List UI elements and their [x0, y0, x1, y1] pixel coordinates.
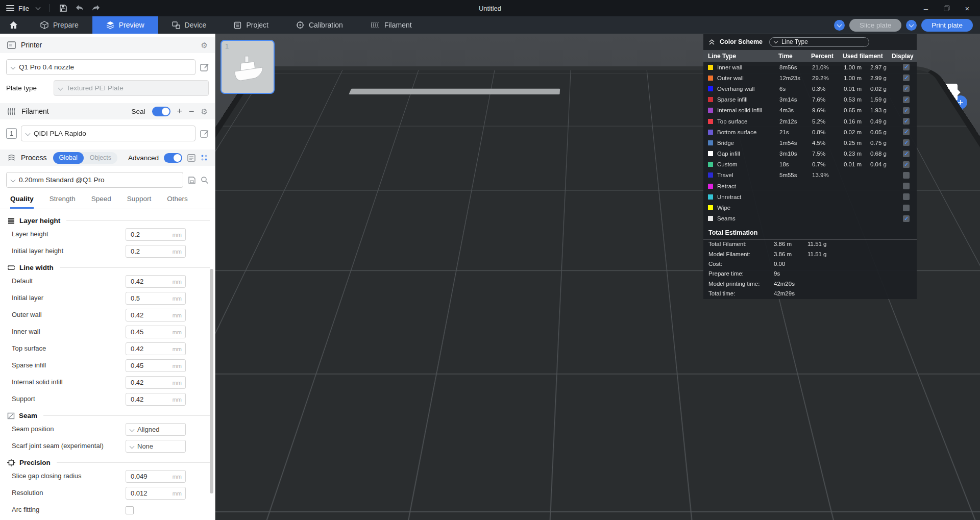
close-button[interactable]: × [963, 4, 972, 13]
param-checkbox[interactable] [126, 506, 134, 514]
nav-tab-preview[interactable]: Preview [92, 16, 158, 34]
save-icon[interactable] [59, 4, 68, 13]
move-slider-handle[interactable] [780, 502, 794, 515]
file-menu[interactable]: File [6, 5, 29, 12]
param-row: Sparse infill0.45mm [7, 359, 215, 373]
display-checkbox[interactable]: ✓ [903, 193, 910, 200]
process-tab-others[interactable]: Others [167, 195, 188, 209]
sidebar-scrollbar[interactable] [210, 269, 213, 493]
display-checkbox[interactable]: ✓ [903, 64, 910, 70]
display-checkbox[interactable]: ✓ [903, 215, 910, 222]
minimize-button[interactable]: – [921, 4, 930, 13]
add-filament-button[interactable]: + [177, 107, 183, 116]
nav-tab-label: Project [246, 21, 268, 29]
param-input[interactable]: 0.42mm [126, 275, 186, 288]
param-input[interactable]: 0.049mm [126, 470, 186, 483]
filament-settings-gear-icon[interactable]: ⚙ [201, 108, 208, 115]
save-preset-icon[interactable] [188, 176, 196, 184]
param-input[interactable]: 0.5mm [126, 292, 186, 305]
printer-preset-select[interactable]: Q1 Pro 0.4 nozzle [6, 59, 195, 75]
layer-slider-handle[interactable] [954, 453, 966, 464]
param-unit: mm [173, 279, 185, 285]
display-checkbox[interactable]: ✓ [903, 96, 910, 103]
nav-tab-calibration[interactable]: Calibration [282, 16, 357, 34]
param-select[interactable]: Aligned [126, 423, 186, 436]
process-tab-speed[interactable]: Speed [91, 195, 111, 209]
display-checkbox[interactable]: ✓ [903, 205, 910, 211]
param-input[interactable]: 0.2mm [126, 228, 186, 241]
process-preset-select[interactable]: 0.20mm Standard @Q1 Pro [6, 172, 183, 188]
maximize-button[interactable] [944, 6, 949, 11]
nav-tab-filament[interactable]: Filament [357, 16, 426, 34]
display-checkbox[interactable]: ✓ [903, 75, 910, 81]
layers-icon [106, 21, 114, 29]
filament-preset-select[interactable]: QIDI PLA Rapido [21, 126, 195, 141]
advanced-toggle[interactable] [164, 153, 182, 163]
param-grid-icon[interactable] [201, 154, 208, 161]
section-header-layer-height: Layer height [7, 217, 215, 225]
home-button[interactable] [0, 21, 27, 29]
layers-view-icon[interactable] [954, 501, 969, 514]
param-input[interactable]: 0.45mm [126, 359, 186, 372]
process-tab-strength[interactable]: Strength [50, 195, 76, 209]
benchy-model[interactable] [477, 161, 650, 314]
print-plate-button[interactable]: Print plate [921, 19, 973, 32]
y-axis-arrow [239, 459, 247, 509]
line-type-weight: 1.93 g [870, 107, 893, 113]
plate-thumbnail[interactable]: 1 [220, 40, 275, 94]
nav-tab-device[interactable]: Device [158, 16, 220, 34]
display-checkbox[interactable]: ✓ [903, 183, 910, 189]
display-checkbox[interactable]: ✓ [903, 107, 910, 114]
undo-icon[interactable] [75, 4, 84, 13]
nav-tab-project[interactable]: Project [220, 16, 282, 34]
param-value: 0.45 [126, 362, 143, 369]
param-unit: mm [173, 232, 185, 238]
print-options-dropdown[interactable] [906, 20, 917, 31]
process-tab-quality[interactable]: Quality [10, 195, 34, 209]
display-checkbox[interactable]: ✓ [903, 161, 910, 168]
process-tab-support[interactable]: Support [127, 195, 151, 209]
param-value: 0.42 [126, 311, 143, 319]
nav-tab-prepare[interactable]: Prepare [27, 16, 92, 34]
param-select[interactable]: None [126, 440, 186, 453]
collapse-panel-icon[interactable] [708, 39, 715, 45]
param-input[interactable]: 0.42mm [126, 376, 186, 389]
slice-plate-button[interactable]: Slice plate [849, 19, 901, 32]
scope-objects-button[interactable]: Objects [84, 152, 117, 164]
param-unit: mm [173, 329, 185, 335]
param-input[interactable]: 0.42mm [126, 393, 186, 406]
section-divider [60, 267, 210, 268]
plate-type-select[interactable]: Textured PEI Plate [54, 80, 209, 96]
file-menu-chevron-icon[interactable] [36, 5, 41, 10]
edit-printer-icon[interactable] [200, 63, 209, 71]
layer-slider-track[interactable] [958, 108, 963, 460]
edit-filament-icon[interactable] [200, 129, 209, 138]
seal-toggle[interactable] [152, 107, 170, 116]
remove-filament-button[interactable]: − [189, 107, 194, 116]
param-input[interactable]: 0.012mm [126, 487, 186, 500]
display-checkbox[interactable]: ✓ [903, 129, 910, 135]
display-checkbox[interactable]: ✓ [903, 139, 910, 146]
filament-slot-number: 1 [6, 128, 17, 139]
param-input[interactable]: 0.42mm [126, 342, 186, 355]
line-width-icon [7, 264, 15, 271]
total-row: Prepare time:9s [703, 269, 917, 279]
color-scheme-select[interactable]: Line Type [769, 37, 869, 47]
display-checkbox[interactable]: ✓ [903, 85, 910, 92]
viewport-3d[interactable]: 1 Color Scheme Line Type [215, 34, 980, 520]
redo-icon[interactable] [91, 4, 101, 13]
param-list-icon[interactable] [187, 154, 195, 162]
param-input[interactable]: 0.45mm [126, 326, 186, 338]
param-input[interactable]: 0.42mm [126, 309, 186, 321]
search-preset-icon[interactable] [201, 176, 209, 184]
scope-global-button[interactable]: Global [53, 152, 84, 164]
param-input[interactable]: 0.2mm [126, 245, 186, 258]
display-checkbox[interactable]: ✓ [903, 151, 910, 157]
printer-settings-gear-icon[interactable]: ⚙ [201, 41, 208, 49]
move-slider[interactable] [371, 504, 798, 514]
display-checkbox[interactable]: ✓ [903, 118, 910, 125]
total-label: Prepare time: [708, 270, 774, 277]
display-checkbox[interactable]: ✓ [903, 172, 910, 179]
line-type-time: 18s [779, 161, 812, 167]
slice-options-dropdown[interactable] [834, 20, 845, 31]
